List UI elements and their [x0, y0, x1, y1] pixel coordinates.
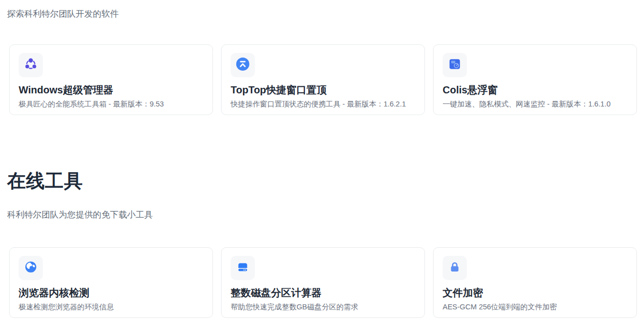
software-card-colis[interactable]: Colis悬浮窗 一键加速、隐私模式、网速监控 - 最新版本：1.6.1.0	[433, 44, 637, 115]
card-subtitle: AES-GCM 256位端到端的文件加密	[443, 302, 627, 312]
icon-tile	[19, 53, 43, 77]
icon-tile	[19, 256, 43, 280]
card-subtitle: 快捷操作窗口置顶状态的便携工具 - 最新版本：1.6.2.1	[231, 99, 415, 109]
software-cards-grid: Windows超级管理器 极具匠心的全能系统工具箱 - 最新版本：9.53 To…	[9, 44, 637, 115]
software-section-description: 探索科利特尔团队开发的软件	[7, 8, 637, 20]
software-landing-page: 探索科利特尔团队开发的软件 Windows超级管理器 极具匠心的全能系统工具箱 …	[0, 8, 644, 324]
hard-drive-icon	[236, 260, 249, 276]
card-title: 整数磁盘分区计算器	[231, 287, 415, 299]
software-card-windows-super-manager[interactable]: Windows超级管理器 极具匠心的全能系统工具箱 - 最新版本：9.53	[9, 44, 213, 115]
globe-icon	[24, 260, 37, 276]
icon-tile	[443, 53, 467, 77]
card-subtitle: 极具匠心的全能系统工具箱 - 最新版本：9.53	[19, 99, 203, 109]
floating-window-gauge-icon	[448, 58, 461, 73]
card-title: 浏览器内核检测	[19, 287, 203, 299]
tool-card-file-encryption[interactable]: 文件加密 AES-GCM 256位端到端的文件加密	[433, 247, 637, 318]
tools-cards-grid: 浏览器内核检测 极速检测您浏览器的环境信息 整数磁盘分区计算器 帮助您快速完成整…	[9, 247, 637, 318]
card-subtitle: 极速检测您浏览器的环境信息	[19, 302, 203, 312]
card-title: Windows超级管理器	[19, 84, 203, 96]
tools-section-title: 在线工具	[7, 170, 637, 193]
tool-card-browser-kernel-check[interactable]: 浏览器内核检测 极速检测您浏览器的环境信息	[9, 247, 213, 318]
pin-to-top-icon	[236, 58, 249, 73]
tools-section-description: 科利特尔团队为您提供的免下载小工具	[7, 209, 637, 221]
software-card-toptop[interactable]: TopTop快捷窗口置顶 快捷操作窗口置顶状态的便携工具 - 最新版本：1.6.…	[221, 44, 425, 115]
card-subtitle: 帮助您快速完成整数GB磁盘分区的需求	[231, 302, 415, 312]
card-title: 文件加密	[443, 287, 627, 299]
icon-tile	[231, 256, 255, 280]
icon-tile	[231, 53, 255, 77]
circle-nodes-icon	[24, 58, 37, 73]
card-title: Colis悬浮窗	[443, 84, 627, 96]
tool-card-disk-partition-calculator[interactable]: 整数磁盘分区计算器 帮助您快速完成整数GB磁盘分区的需求	[221, 247, 425, 318]
lock-icon	[448, 260, 461, 276]
icon-tile	[443, 256, 467, 280]
card-title: TopTop快捷窗口置顶	[231, 84, 415, 96]
card-subtitle: 一键加速、隐私模式、网速监控 - 最新版本：1.6.1.0	[443, 99, 627, 109]
